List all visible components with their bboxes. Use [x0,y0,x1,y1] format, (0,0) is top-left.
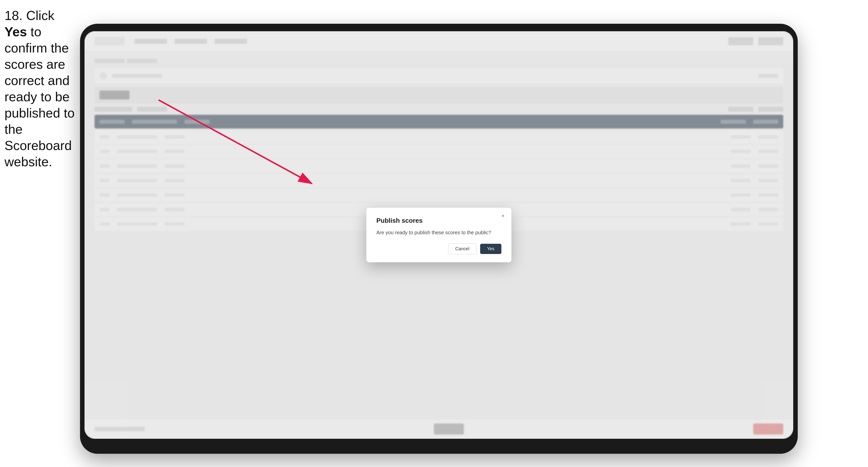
tablet-screen: × Publish scores Are you ready to publis… [85,31,793,439]
instruction-text: 18. Click Yes to confirm the scores are … [4,7,77,170]
tablet-outer: × Publish scores Are you ready to publis… [80,24,798,454]
step-number: 18. [4,8,23,23]
bold-yes: Yes [4,25,27,39]
close-icon: × [501,213,504,219]
modal-close-button[interactable]: × [499,212,506,219]
tablet-device: × Publish scores Are you ready to publis… [80,24,798,454]
cancel-button[interactable]: Cancel [448,244,477,254]
modal-body: Are you ready to publish these scores to… [376,229,501,236]
modal-footer: Cancel Yes [376,244,501,254]
modal-layer: × Publish scores Are you ready to publis… [85,31,793,439]
modal-title: Publish scores [376,217,501,224]
yes-button[interactable]: Yes [480,244,501,254]
publish-scores-dialog: × Publish scores Are you ready to publis… [366,208,512,262]
